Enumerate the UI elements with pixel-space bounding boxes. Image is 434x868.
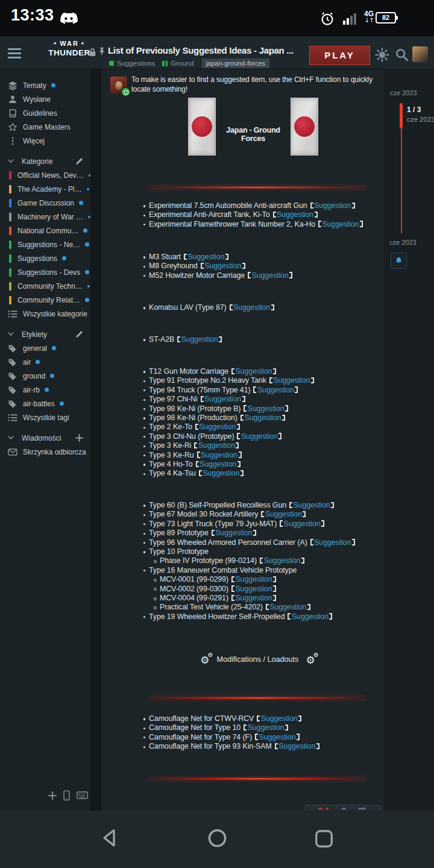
suggestion-link[interactable]: Suggestion	[241, 432, 278, 441]
mobile-view-icon[interactable]	[63, 790, 70, 800]
suggestion-link[interactable]: Suggestion	[265, 510, 302, 518]
suggestion-link[interactable]: Suggestion	[181, 335, 218, 344]
sidebar-item-wys-ane[interactable]: Wysłane	[0, 92, 90, 106]
section-header-etykiety[interactable]: Etykiety	[0, 327, 90, 341]
category-item-suggestions[interactable]: Suggestions	[0, 251, 90, 265]
suggestion-link[interactable]: Suggestion	[215, 529, 252, 537]
sidebar-item-tematy[interactable]: Tematy	[0, 78, 90, 92]
sidebar-section-categories: KategorieOfficial News, Dev…The Academy …	[0, 154, 90, 321]
bracket-open	[231, 595, 234, 602]
suggestion-link[interactable]: Suggestion	[252, 271, 289, 280]
add-section-icon[interactable]	[48, 791, 57, 800]
suggestion-link[interactable]: Suggestion	[198, 441, 235, 450]
suggestion-link[interactable]: Suggestion	[314, 538, 351, 547]
suggestion-link[interactable]: Suggestion	[235, 575, 272, 583]
bracket-close	[360, 221, 363, 227]
suggestion-link[interactable]: Suggestion	[292, 612, 329, 621]
bracket-close	[236, 442, 239, 449]
tag-item-air[interactable]: air	[0, 355, 90, 369]
suggestion-link[interactable]: Suggestion	[294, 501, 330, 509]
home-button[interactable]	[207, 828, 227, 848]
suggestion-link[interactable]: Suggestion	[248, 404, 285, 413]
bracket-close	[329, 613, 332, 620]
tag-icon	[8, 357, 17, 367]
suggestion-link[interactable]: Suggestion	[201, 451, 237, 459]
topic-title[interactable]: List of Previously Suggested Ideas - Jap…	[108, 45, 308, 55]
suggestion-link[interactable]: Suggestion	[187, 253, 224, 261]
category-item-the-academy-pl[interactable]: The Academy - Pl…	[0, 182, 90, 196]
topic-tag[interactable]: japan-ground-forces	[202, 58, 269, 68]
category-item-official-news-dev[interactable]: Official News, Dev…	[0, 168, 90, 182]
suggestion-link[interactable]: Suggestion	[273, 376, 310, 385]
hamburger-menu-icon[interactable]	[8, 48, 22, 58]
category-item-suggestions-devs[interactable]: Suggestions - Devs	[0, 265, 90, 279]
section-header-wiadomo-ci[interactable]: Wiadomości	[0, 431, 90, 445]
list-item: Type 73 Light Truck (Type 79 Jyu-MAT)Sug…	[143, 520, 356, 529]
section-header-kategorie[interactable]: Kategorie	[0, 154, 90, 168]
brightness-toggle-icon[interactable]	[375, 48, 389, 62]
suggestion-link[interactable]: Suggestion	[261, 714, 298, 723]
suggestion-link[interactable]: Suggestion	[235, 585, 272, 593]
bracket-close	[271, 304, 274, 311]
tag-item-air-battles[interactable]: air-battles	[0, 397, 90, 410]
notification-bell-button[interactable]	[391, 253, 407, 269]
post-actions-partial[interactable]	[304, 805, 382, 811]
suggestion-link[interactable]: Suggestion	[314, 201, 351, 210]
play-button[interactable]: PLAY	[309, 46, 370, 65]
tag-item-air-rb[interactable]: air-rb	[0, 383, 90, 397]
suggestion-link[interactable]: Suggestion	[322, 220, 359, 228]
list-item: Type 67 Model 30 Rocket ArtillerySuggest…	[143, 510, 356, 519]
category-item-community-techn[interactable]: Community Techn…	[0, 279, 90, 293]
suggestion-link[interactable]: Suggestion	[199, 423, 236, 431]
category-item-national-commu[interactable]: National Commu…	[0, 224, 90, 237]
list-item: T12 Gun Motor CarriageSuggestion	[143, 367, 315, 376]
recents-button[interactable]	[315, 829, 333, 848]
suggestion-link[interactable]: Suggestion	[269, 603, 306, 611]
suggestion-link[interactable]: Suggestion	[257, 386, 294, 394]
suggestion-link[interactable]: Suggestion	[235, 594, 272, 602]
sidebar-item-game-masters[interactable]: Game Masters	[0, 120, 90, 134]
topic-timeline: cze 2023 1 / 3 cze 2023 cze 2023	[384, 69, 434, 811]
user-avatar[interactable]	[412, 46, 428, 62]
suggestion-link[interactable]: Suggestion	[277, 210, 313, 219]
category-item-community-relat[interactable]: Community Relat…	[0, 293, 90, 307]
timeline-bottom-date[interactable]: cze 2023	[389, 239, 417, 246]
timeline-scrubber[interactable]	[400, 103, 403, 128]
tag-item-general[interactable]: general	[0, 341, 90, 355]
suggestion-link[interactable]: Suggestion	[278, 742, 315, 750]
vehicle-name: Type 94 Truck (75mm Type 41)	[149, 386, 250, 394]
suggestion-link[interactable]: Suggestion	[244, 414, 281, 422]
tag-item-ground[interactable]: ground	[0, 369, 90, 383]
category-badge[interactable]: Suggestions	[117, 60, 155, 67]
message-item-skrzynka-odbiorcza[interactable]: Skrzynka odbiorcza	[0, 445, 90, 459]
suggestion-link[interactable]: Suggestion	[204, 395, 241, 403]
suggestion-link[interactable]: Suggestion	[284, 520, 321, 528]
category-color-bar	[9, 227, 11, 235]
suggestion-link[interactable]: Suggestion	[233, 303, 270, 312]
search-icon[interactable]	[395, 48, 409, 62]
vehicle-name: Experimental Anti-Aircraft Tank, Ki-To	[149, 210, 270, 219]
bracket-open	[201, 396, 204, 403]
keyboard-shortcuts-icon[interactable]	[77, 791, 88, 799]
suggestion-link[interactable]: Suggestion	[264, 556, 301, 565]
unread-dot	[45, 388, 49, 392]
suggestion-link[interactable]: Suggestion	[204, 262, 241, 270]
sidebar-item-wi-cej[interactable]: Więcej	[0, 134, 90, 148]
subcategory-badge[interactable]: Ground	[171, 60, 193, 67]
suggestion-link[interactable]: Suggestion	[236, 367, 272, 376]
suggestion-link[interactable]: Suggestion	[248, 723, 285, 732]
vehicle-name: MCV-0004 (99-0291)	[160, 594, 228, 602]
timeline-top-date[interactable]: cze 2023	[390, 89, 417, 96]
suggestion-link[interactable]: Suggestion	[200, 460, 236, 468]
war-thunder-logo[interactable]: WAR THUNDER	[48, 40, 90, 57]
category-item-game-discussion[interactable]: Game Discussion	[0, 196, 90, 210]
list-item: Type 16 Maneuver Combat Vehicle Prototyp…	[143, 566, 356, 612]
suggestion-link[interactable]: Suggestion	[203, 469, 239, 477]
sidebar-item-guidelines[interactable]: Guidelines	[0, 106, 90, 120]
sidebar-item-wszystkie-tagi[interactable]: Wszystkie tagi	[0, 410, 90, 424]
category-item-suggestions-ne[interactable]: Suggestions - Ne…	[0, 237, 90, 251]
category-item-machinery-of-war[interactable]: Machinery of War …	[0, 210, 90, 224]
suggestion-link[interactable]: Suggestion	[259, 733, 296, 741]
sidebar-item-wszystkie-kategorie[interactable]: Wszystkie kategorie	[0, 307, 90, 321]
back-button[interactable]	[100, 828, 119, 849]
